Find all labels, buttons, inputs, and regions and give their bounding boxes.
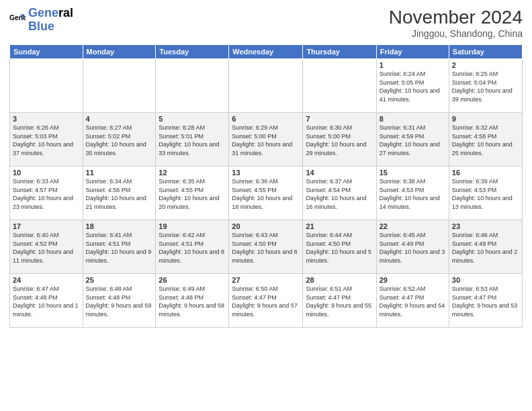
table-row: 22Sunrise: 6:45 AMSunset: 4:49 PMDayligh… [376, 220, 449, 274]
day-info: Sunrise: 6:38 AMSunset: 4:53 PMDaylight:… [380, 177, 446, 211]
table-row: 5Sunrise: 6:28 AMSunset: 5:01 PMDaylight… [156, 113, 229, 167]
calendar-week-3: 10Sunrise: 6:33 AMSunset: 4:57 PMDayligh… [10, 167, 523, 220]
col-tuesday: Tuesday [156, 45, 229, 59]
day-info: Sunrise: 6:29 AMSunset: 5:00 PMDaylight:… [232, 124, 300, 157]
table-row: 25Sunrise: 6:48 AMSunset: 4:48 PMDayligh… [83, 274, 156, 328]
table-row: 10Sunrise: 6:33 AMSunset: 4:57 PMDayligh… [10, 167, 83, 220]
day-number: 26 [159, 276, 226, 284]
col-monday: Monday [83, 45, 156, 59]
day-number: 6 [232, 115, 300, 123]
day-info: Sunrise: 6:24 AMSunset: 5:05 PMDaylight:… [380, 70, 446, 103]
day-number: 13 [232, 169, 300, 177]
day-info: Sunrise: 6:33 AMSunset: 4:57 PMDaylight:… [13, 177, 80, 211]
logo-icon: Gene [9, 12, 26, 28]
table-row [303, 59, 376, 113]
day-number: 17 [13, 222, 80, 230]
table-row: 19Sunrise: 6:42 AMSunset: 4:51 PMDayligh… [156, 220, 229, 274]
day-info: Sunrise: 6:53 AMSunset: 4:47 PMDaylight:… [452, 285, 519, 318]
table-row: 23Sunrise: 6:46 AMSunset: 4:49 PMDayligh… [449, 220, 522, 274]
table-row: 8Sunrise: 6:31 AMSunset: 4:59 PMDaylight… [376, 113, 449, 167]
table-row: 16Sunrise: 6:39 AMSunset: 4:53 PMDayligh… [449, 167, 522, 220]
table-row: 14Sunrise: 6:37 AMSunset: 4:54 PMDayligh… [303, 167, 376, 220]
day-info: Sunrise: 6:28 AMSunset: 5:01 PMDaylight:… [159, 124, 226, 157]
day-number: 9 [452, 115, 519, 123]
day-number: 27 [232, 276, 300, 284]
table-row: 12Sunrise: 6:35 AMSunset: 4:55 PMDayligh… [156, 167, 229, 220]
day-number: 4 [86, 115, 153, 123]
day-number: 28 [306, 276, 373, 284]
logo: Gene General Blue [9, 7, 73, 34]
calendar-week-2: 3Sunrise: 6:26 AMSunset: 5:03 PMDaylight… [10, 113, 523, 167]
day-info: Sunrise: 6:35 AMSunset: 4:55 PMDaylight:… [159, 177, 226, 211]
day-info: Sunrise: 6:32 AMSunset: 4:58 PMDaylight:… [452, 124, 519, 157]
title-block: November 2024 Jinggou, Shandong, China [389, 7, 523, 39]
day-info: Sunrise: 6:26 AMSunset: 5:03 PMDaylight:… [13, 124, 80, 157]
day-number: 8 [380, 115, 446, 123]
month-title: November 2024 [389, 7, 523, 28]
day-info: Sunrise: 6:30 AMSunset: 5:00 PMDaylight:… [306, 124, 373, 157]
day-number: 7 [306, 115, 373, 123]
day-info: Sunrise: 6:40 AMSunset: 4:52 PMDaylight:… [13, 231, 80, 265]
table-row: 24Sunrise: 6:47 AMSunset: 4:48 PMDayligh… [10, 274, 83, 328]
col-sunday: Sunday [10, 45, 83, 59]
day-info: Sunrise: 6:37 AMSunset: 4:54 PMDaylight:… [306, 177, 373, 211]
day-number: 15 [380, 169, 446, 177]
day-info: Sunrise: 6:34 AMSunset: 4:56 PMDaylight:… [86, 177, 153, 211]
day-info: Sunrise: 6:36 AMSunset: 4:55 PMDaylight:… [232, 177, 300, 211]
day-number: 18 [86, 222, 153, 230]
day-number: 1 [380, 61, 446, 69]
logo-text-line2: Blue [28, 20, 73, 34]
table-row: 11Sunrise: 6:34 AMSunset: 4:56 PMDayligh… [83, 167, 156, 220]
table-row: 2Sunrise: 6:25 AMSunset: 5:04 PMDaylight… [449, 59, 522, 113]
col-friday: Friday [376, 45, 449, 59]
calendar-header-row: Sunday Monday Tuesday Wednesday Thursday… [10, 45, 523, 59]
day-number: 10 [13, 169, 80, 177]
day-info: Sunrise: 6:51 AMSunset: 4:47 PMDaylight:… [306, 285, 373, 318]
table-row [83, 59, 156, 113]
col-saturday: Saturday [449, 45, 522, 59]
table-row: 3Sunrise: 6:26 AMSunset: 5:03 PMDaylight… [10, 113, 83, 167]
table-row: 6Sunrise: 6:29 AMSunset: 5:00 PMDaylight… [229, 113, 303, 167]
table-row: 30Sunrise: 6:53 AMSunset: 4:47 PMDayligh… [449, 274, 522, 328]
page-header: Gene General Blue November 2024 Jinggou,… [9, 7, 523, 39]
day-info: Sunrise: 6:44 AMSunset: 4:50 PMDaylight:… [306, 231, 373, 265]
table-row: 26Sunrise: 6:49 AMSunset: 4:48 PMDayligh… [156, 274, 229, 328]
table-row: 15Sunrise: 6:38 AMSunset: 4:53 PMDayligh… [376, 167, 449, 220]
day-info: Sunrise: 6:47 AMSunset: 4:48 PMDaylight:… [13, 285, 80, 318]
day-number: 30 [452, 276, 519, 284]
day-number: 11 [86, 169, 153, 177]
calendar-week-4: 17Sunrise: 6:40 AMSunset: 4:52 PMDayligh… [10, 220, 523, 274]
day-number: 5 [159, 115, 226, 123]
calendar-table: Sunday Monday Tuesday Wednesday Thursday… [9, 44, 523, 328]
col-wednesday: Wednesday [229, 45, 303, 59]
day-number: 19 [159, 222, 226, 230]
day-number: 2 [452, 61, 519, 69]
table-row: 21Sunrise: 6:44 AMSunset: 4:50 PMDayligh… [303, 220, 376, 274]
day-number: 16 [452, 169, 519, 177]
day-number: 20 [232, 222, 300, 230]
location: Jinggou, Shandong, China [389, 28, 523, 39]
table-row: 29Sunrise: 6:52 AMSunset: 4:47 PMDayligh… [376, 274, 449, 328]
day-info: Sunrise: 6:48 AMSunset: 4:48 PMDaylight:… [86, 285, 153, 318]
day-number: 14 [306, 169, 373, 177]
day-info: Sunrise: 6:45 AMSunset: 4:49 PMDaylight:… [380, 231, 446, 265]
table-row: 9Sunrise: 6:32 AMSunset: 4:58 PMDaylight… [449, 113, 522, 167]
day-number: 23 [452, 222, 519, 230]
day-info: Sunrise: 6:43 AMSunset: 4:50 PMDaylight:… [232, 231, 300, 265]
logo-text-line1: General [28, 7, 73, 20]
day-info: Sunrise: 6:52 AMSunset: 4:47 PMDaylight:… [380, 285, 446, 318]
table-row: 1Sunrise: 6:24 AMSunset: 5:05 PMDaylight… [376, 59, 449, 113]
table-row: 13Sunrise: 6:36 AMSunset: 4:55 PMDayligh… [229, 167, 303, 220]
day-number: 22 [380, 222, 446, 230]
table-row: 7Sunrise: 6:30 AMSunset: 5:00 PMDaylight… [303, 113, 376, 167]
table-row [10, 59, 83, 113]
table-row: 18Sunrise: 6:41 AMSunset: 4:51 PMDayligh… [83, 220, 156, 274]
day-info: Sunrise: 6:46 AMSunset: 4:49 PMDaylight:… [452, 231, 519, 265]
day-number: 25 [86, 276, 153, 284]
day-info: Sunrise: 6:50 AMSunset: 4:47 PMDaylight:… [232, 285, 300, 318]
table-row: 17Sunrise: 6:40 AMSunset: 4:52 PMDayligh… [10, 220, 83, 274]
calendar-week-5: 24Sunrise: 6:47 AMSunset: 4:48 PMDayligh… [10, 274, 523, 328]
day-number: 12 [159, 169, 226, 177]
table-row: 4Sunrise: 6:27 AMSunset: 5:02 PMDaylight… [83, 113, 156, 167]
day-info: Sunrise: 6:31 AMSunset: 4:59 PMDaylight:… [380, 124, 446, 157]
